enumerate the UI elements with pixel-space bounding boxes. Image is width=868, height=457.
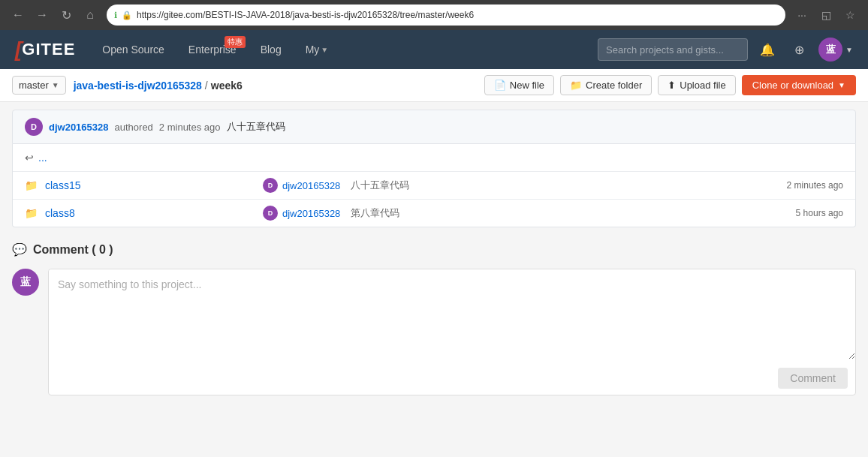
gitee-navbar: [ GITEE Open Source Enterprise 特惠 Blog M… (0, 30, 868, 69)
folder-icon: 📁 (25, 207, 38, 219)
comment-user-avatar: 蓝 (12, 269, 39, 296)
comment-title-text: Comment ( 0 ) (33, 243, 113, 257)
info-icon: ℹ (114, 11, 117, 20)
commit-message: 八十五章代码 (227, 120, 285, 134)
file-tree: ↩ ... 📁 class15 D djw20165328 八十五章代码 2 m… (12, 144, 856, 227)
file-commit-message: 八十五章代码 (351, 179, 409, 192)
back-arrow-icon: ↩ (25, 152, 34, 164)
upload-file-button[interactable]: ⬆ Upload file (658, 75, 735, 95)
gitee-logo[interactable]: [ GITEE (15, 38, 75, 62)
table-row: 📁 class15 D djw20165328 八十五章代码 2 minutes… (13, 172, 855, 200)
back-button[interactable]: ← (8, 5, 29, 26)
main-content: D djw20165328 authored 2 minutes ago 八十五… (0, 102, 868, 403)
file-commit-avatar: D (263, 178, 278, 193)
file-commit-time: 5 hours ago (796, 208, 843, 218)
file-name-link[interactable]: class8 (45, 207, 255, 219)
file-commit-time: 2 minutes ago (787, 180, 843, 191)
browser-nav-buttons: ← → ↻ ⌂ (8, 5, 101, 26)
commit-author-avatar: D (25, 118, 43, 136)
comment-box: Comment (48, 269, 856, 395)
new-file-icon: 📄 (494, 80, 506, 91)
address-bar[interactable]: ℹ 🔒 https://gitee.com/BESTI-IS-JAVA-2018… (107, 5, 785, 26)
upload-icon: ⬆ (668, 80, 676, 91)
nav-search-area: 🔔 ⊕ 蓝 ▼ (598, 38, 853, 62)
home-button[interactable]: ⌂ (80, 5, 101, 26)
file-name-link[interactable]: class15 (45, 179, 255, 191)
reload-button[interactable]: ↻ (56, 5, 77, 26)
comment-footer: Comment (49, 362, 855, 395)
comment-input-area: 蓝 Comment (12, 269, 856, 395)
avatar-dropdown-arrow: ▼ (845, 46, 853, 54)
file-commit-info: D djw20165328 第八章代码 (263, 206, 788, 221)
commit-authored-text: authored (115, 122, 153, 133)
logo-bracket: [ (15, 38, 22, 62)
enterprise-link[interactable]: Enterprise 特惠 (176, 30, 249, 69)
comment-textarea[interactable] (49, 269, 855, 359)
commit-time-ago: 2 minutes ago (159, 122, 221, 133)
folder-icon: 📁 (25, 179, 38, 191)
nav-links: Open Source Enterprise 特惠 Blog My ▼ (90, 30, 340, 69)
blog-link[interactable]: Blog (249, 30, 294, 69)
comment-title: 💬 Comment ( 0 ) (12, 242, 856, 257)
file-commit-info: D djw20165328 八十五章代码 (263, 178, 779, 193)
clone-download-button[interactable]: Clone or download ▼ (742, 75, 856, 95)
commit-bar: D djw20165328 authored 2 minutes ago 八十五… (12, 110, 856, 144)
search-input[interactable] (598, 38, 748, 61)
clone-dropdown-arrow: ▼ (838, 81, 845, 89)
lock-icon: 🔒 (122, 11, 132, 20)
notification-button[interactable]: 🔔 (755, 38, 779, 62)
logo-text: GITEE (22, 40, 75, 59)
file-tree-back-row[interactable]: ↩ ... (13, 144, 855, 172)
breadcrumb: java-besti-is-djw20165328 / week6 (74, 80, 477, 92)
url-text: https://gitee.com/BESTI-IS-JAVA-2018/jav… (137, 10, 778, 20)
commit-author-name: djw20165328 (49, 122, 109, 133)
repo-name-link[interactable]: java-besti-is-djw20165328 (74, 80, 202, 92)
new-file-button[interactable]: 📄 New file (484, 75, 554, 95)
comment-icon: 💬 (12, 242, 27, 257)
my-link[interactable]: My ▼ (294, 30, 341, 69)
more-button[interactable]: ··· (791, 5, 812, 26)
user-avatar-dropdown[interactable]: 蓝 ▼ (818, 38, 853, 62)
browser-chrome: ← → ↻ ⌂ ℹ 🔒 https://gitee.com/BESTI-IS-J… (0, 0, 868, 30)
user-avatar: 蓝 (818, 38, 842, 62)
pocket-button[interactable]: ◱ (815, 5, 836, 26)
file-commit-username: djw20165328 (282, 180, 340, 191)
comment-submit-button[interactable]: Comment (778, 368, 848, 389)
browser-extra-buttons: ··· ◱ ☆ (791, 5, 860, 26)
create-folder-button[interactable]: 📁 Create folder (560, 75, 652, 95)
enterprise-badge: 特惠 (225, 36, 246, 48)
comment-section: 💬 Comment ( 0 ) 蓝 Comment (12, 242, 856, 395)
forward-button[interactable]: → (32, 5, 53, 26)
file-commit-username: djw20165328 (282, 208, 340, 219)
file-commit-avatar: D (263, 206, 278, 221)
file-commit-message: 第八章代码 (351, 206, 399, 220)
repo-toolbar: master ▼ java-besti-is-djw20165328 / wee… (0, 69, 868, 102)
branch-selector[interactable]: master ▼ (12, 76, 66, 95)
table-row: 📁 class8 D djw20165328 第八章代码 5 hours ago (13, 200, 855, 227)
repo-actions: 📄 New file 📁 Create folder ⬆ Upload file… (484, 75, 856, 95)
bookmark-button[interactable]: ☆ (839, 5, 860, 26)
create-button[interactable]: ⊕ (787, 38, 811, 62)
branch-dropdown-arrow: ▼ (52, 81, 59, 89)
open-source-link[interactable]: Open Source (90, 30, 176, 69)
create-folder-icon: 📁 (570, 80, 582, 91)
breadcrumb-current: week6 (211, 80, 243, 92)
breadcrumb-separator: / (205, 80, 208, 92)
back-text: ... (38, 152, 47, 164)
branch-name: master (19, 80, 49, 91)
